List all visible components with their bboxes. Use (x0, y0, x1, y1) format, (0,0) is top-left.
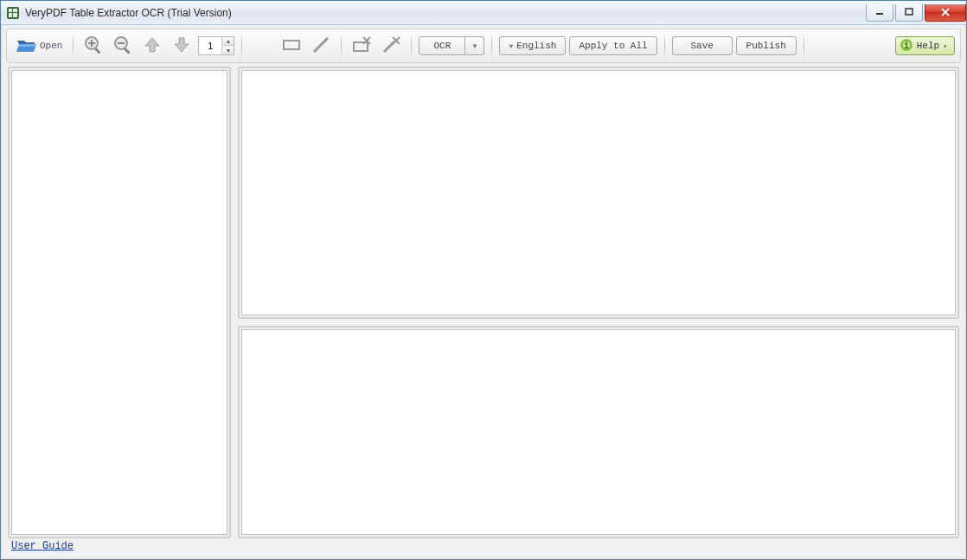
save-button[interactable]: Save (672, 36, 733, 55)
user-guide-link[interactable]: User Guide (11, 540, 74, 552)
publish-button[interactable]: Publish (736, 36, 797, 55)
separator (341, 33, 342, 59)
svg-rect-15 (354, 42, 368, 51)
output-canvas[interactable] (241, 329, 956, 535)
separator (241, 33, 242, 59)
separator (411, 33, 412, 59)
page-number-input[interactable] (199, 37, 221, 54)
window-title: VeryPDF Table Extractor OCR (Trial Versi… (25, 7, 232, 19)
window-controls (866, 4, 966, 22)
client-area: Open (1, 25, 966, 559)
separator (804, 33, 804, 59)
rectangle-delete-icon (351, 35, 372, 57)
open-label: Open (40, 41, 62, 51)
footer: User Guide (3, 540, 964, 557)
close-button[interactable] (925, 4, 966, 22)
svg-rect-5 (906, 9, 913, 15)
arrow-up-icon (143, 35, 162, 56)
toolbar: Open (6, 29, 961, 63)
svg-text:i: i (904, 41, 909, 51)
svg-rect-3 (12, 9, 13, 17)
source-canvas[interactable] (11, 70, 227, 535)
zoom-out-icon (112, 35, 133, 57)
delete-line-button[interactable] (378, 33, 404, 59)
svg-rect-4 (876, 13, 883, 15)
app-window: VeryPDF Table Extractor OCR (Trial Versi… (0, 0, 967, 560)
apply-all-label: Apply to All (579, 41, 647, 51)
prev-page-button[interactable] (139, 33, 165, 59)
draw-rect-button[interactable] (279, 33, 304, 59)
draw-line-button[interactable] (308, 33, 334, 59)
rectangle-icon (281, 35, 302, 57)
folder-open-icon (16, 35, 38, 56)
chevron-down-icon: ▼ (471, 42, 478, 50)
separator (73, 33, 74, 59)
svg-line-14 (314, 38, 328, 52)
minimize-button[interactable] (866, 4, 893, 22)
svg-rect-11 (118, 42, 125, 44)
help-button[interactable]: i Help ▾ (895, 36, 955, 55)
maximize-button[interactable] (895, 4, 923, 22)
svg-rect-12 (124, 48, 131, 54)
save-label: Save (690, 41, 713, 51)
svg-rect-9 (94, 48, 101, 54)
zoom-out-button[interactable] (110, 33, 136, 59)
right-column (238, 67, 959, 538)
open-button[interactable]: Open (12, 33, 66, 59)
arrow-down-icon (172, 35, 191, 56)
language-label: English (516, 41, 556, 51)
chevron-down-icon: ▼ (509, 42, 513, 50)
titlebar[interactable]: VeryPDF Table Extractor OCR (Trial Versi… (1, 1, 966, 25)
source-panel (8, 67, 231, 538)
zoom-in-icon (83, 35, 104, 57)
apply-to-all-button[interactable]: Apply to All (569, 36, 656, 55)
zoom-in-button[interactable] (80, 33, 106, 59)
svg-rect-13 (284, 41, 299, 49)
preview-panel (238, 67, 959, 319)
preview-canvas[interactable] (241, 70, 956, 315)
separator (491, 33, 492, 59)
spin-down-icon[interactable]: ▼ (222, 46, 234, 54)
line-icon (311, 35, 331, 57)
ocr-dropdown-button[interactable]: ▼ (465, 36, 484, 55)
help-icon: i (900, 38, 913, 54)
separator (664, 33, 665, 59)
ocr-button-group: OCR ▼ (419, 36, 484, 55)
publish-label: Publish (746, 41, 786, 51)
spin-up-icon[interactable]: ▲ (222, 37, 234, 46)
page-number-spinner[interactable]: ▲ ▼ (198, 36, 234, 55)
output-panel (238, 326, 959, 538)
ocr-button[interactable]: OCR (419, 36, 465, 55)
help-label: Help (917, 41, 939, 51)
language-button[interactable]: ▼ English (499, 36, 566, 55)
ocr-label: OCR (434, 41, 451, 51)
line-delete-icon (381, 35, 401, 57)
chevron-down-icon: ▾ (943, 42, 947, 50)
workspace (3, 65, 964, 540)
delete-rect-button[interactable] (349, 33, 375, 59)
svg-rect-8 (88, 42, 95, 44)
next-page-button[interactable] (169, 33, 195, 59)
app-icon (6, 6, 20, 20)
